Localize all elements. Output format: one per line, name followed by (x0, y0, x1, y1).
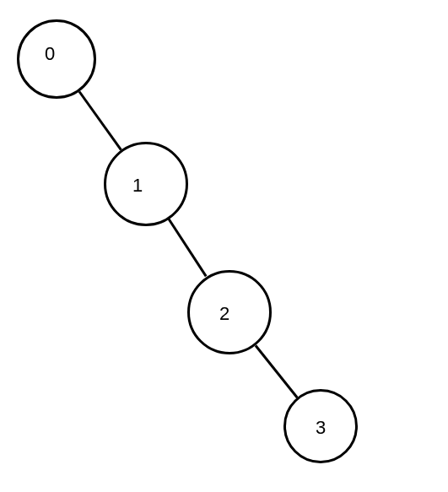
node-label-0: 0 (45, 43, 55, 65)
node-label-2: 2 (219, 303, 229, 325)
edge-2-3 (255, 344, 299, 397)
edge-1-2 (168, 219, 208, 278)
node-3: 3 (283, 389, 358, 463)
node-1: 1 (104, 142, 188, 226)
node-2: 2 (187, 270, 272, 354)
node-0: 0 (17, 19, 96, 99)
node-label-1: 1 (132, 175, 143, 197)
node-label-3: 3 (316, 417, 326, 439)
edge-0-1 (78, 90, 122, 150)
diagram-canvas: 0 1 2 3 (0, 0, 448, 492)
